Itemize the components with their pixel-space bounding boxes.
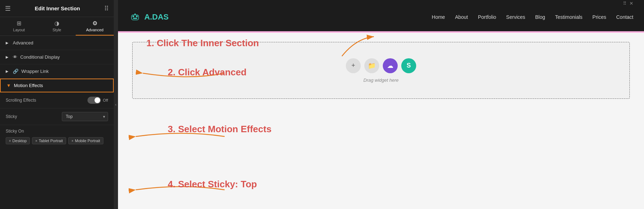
section-wrapper-link[interactable]: ▶ 🔗 Wrapper Link [0, 64, 114, 79]
close-icon[interactable]: ✕ [629, 1, 633, 6]
chevron-right-icon-cd: ▶ [6, 55, 9, 59]
top-bar: ⠿ ✕ [118, 0, 644, 3]
nav-blog[interactable]: Blog [535, 14, 545, 20]
widget-drop-area[interactable]: + 📁 ☁ S Drag widget here [132, 42, 630, 99]
panel-header: ☰ Edit Inner Section ⠿ [0, 0, 114, 17]
top-icons: ⠿ ✕ [623, 0, 633, 7]
inner-section-indicator [118, 31, 644, 33]
logo-icon [129, 11, 141, 23]
section-conditional-display[interactable]: ▶ 👁 Conditional Display [0, 50, 114, 64]
s-widget-btn[interactable]: S [401, 58, 416, 73]
widget-icons-row: + 📁 ☁ S [346, 58, 416, 73]
motion-effects-content: Scrolling Effects Off Sticky None Top Bo… [0, 92, 114, 149]
scrolling-effects-row: Scrolling Effects Off [0, 92, 114, 108]
toggle-off-label: Off [103, 98, 108, 102]
sticky-select-wrap: None Top Bottom [62, 112, 108, 121]
folder-widget-btn[interactable]: 📁 [364, 58, 379, 73]
svg-rect-0 [129, 11, 141, 23]
sticky-row: Sticky None Top Bottom [0, 108, 114, 125]
left-panel: ☰ Edit Inner Section ⠿ ⊞ Layout ◑ Style … [0, 0, 114, 209]
step4-instruction: 4. Select Sticky: Top [168, 179, 257, 190]
svg-point-1 [133, 15, 134, 17]
tabs-row: ⊞ Layout ◑ Style ⚙ Advanced [0, 17, 114, 36]
tag-x-desktop[interactable]: × [9, 139, 11, 143]
chevron-right-icon-wl: ▶ [6, 69, 9, 73]
nav-portfolio[interactable]: Portfolio [478, 14, 496, 20]
arrow-3 [129, 127, 235, 146]
content-area: + 📁 ☁ S Drag widget here 1. Click The In… [118, 31, 644, 209]
scrolling-toggle[interactable]: Off [87, 97, 108, 104]
sticky-select[interactable]: None Top Bottom [62, 112, 108, 121]
tab-advanced[interactable]: ⚙ Advanced [76, 17, 114, 36]
nav-home[interactable]: Home [432, 14, 445, 20]
main-area: ⠿ ✕ A.DAS Home About Portfolio Services … [118, 0, 644, 209]
nav-prices[interactable]: Prices [592, 14, 606, 20]
arrow-4 [129, 180, 235, 199]
tag-mobile-portrait: × Mobile Portrait [68, 137, 103, 144]
hamburger-icon[interactable]: ☰ [5, 5, 11, 12]
step3-instruction: 3. Select Motion Effects [168, 124, 272, 135]
scrolling-effects-label: Scrolling Effects [6, 98, 36, 103]
panel-title: Edit Inner Section [35, 5, 80, 11]
sticky-label: Sticky [6, 114, 17, 119]
gear-icon: ⚙ [92, 20, 97, 27]
dots-icon[interactable]: ⠿ [623, 1, 627, 6]
chevron-down-icon: ▼ [6, 83, 11, 88]
nav-testimonials[interactable]: Testimonials [555, 14, 583, 20]
nav-bar: A.DAS Home About Portfolio Services Blog… [118, 3, 644, 31]
tab-layout[interactable]: ⊞ Layout [0, 17, 38, 36]
nav-contact[interactable]: Contact [616, 14, 633, 20]
logo-text: A.DAS [144, 12, 168, 22]
tag-x-mobile[interactable]: × [71, 139, 74, 143]
logo-area: A.DAS [129, 11, 168, 23]
wrapper-link-icon: 🔗 [13, 69, 18, 74]
panel-sections: ▶ Advanced ▶ 👁 Conditional Display ▶ 🔗 W… [0, 36, 114, 209]
nav-about[interactable]: About [455, 14, 468, 20]
collapse-handle[interactable]: ‹ [114, 0, 118, 209]
nav-links: Home About Portfolio Services Blog Testi… [432, 14, 633, 20]
tag-desktop: × Desktop [6, 137, 30, 144]
add-widget-btn[interactable]: + [346, 58, 361, 73]
conditional-display-icon: 👁 [13, 54, 17, 60]
tag-x-tablet[interactable]: × [35, 139, 37, 143]
toggle-thumb [95, 97, 100, 103]
section-advanced[interactable]: ▶ Advanced [0, 36, 114, 50]
grid-icon[interactable]: ⠿ [104, 5, 109, 12]
svg-point-2 [136, 15, 138, 17]
sticky-on-label: Sticky On [0, 125, 114, 136]
svg-rect-6 [133, 18, 137, 19]
chevron-right-icon: ▶ [6, 41, 9, 45]
tab-style[interactable]: ◑ Style [38, 17, 76, 36]
style-icon: ◑ [54, 20, 59, 27]
layout-icon: ⊞ [17, 20, 21, 27]
sticky-on-tags: × Desktop × Tablet Portrait × Mobile Por… [0, 136, 114, 149]
nav-services[interactable]: Services [506, 14, 525, 20]
cloud-widget-btn[interactable]: ☁ [383, 58, 398, 73]
drag-hint: Drag widget here [364, 77, 399, 83]
section-motion-effects[interactable]: ▼ Motion Effects [0, 79, 114, 92]
tag-tablet-portrait: × Tablet Portrait [32, 137, 66, 144]
toggle-track[interactable] [87, 97, 101, 104]
